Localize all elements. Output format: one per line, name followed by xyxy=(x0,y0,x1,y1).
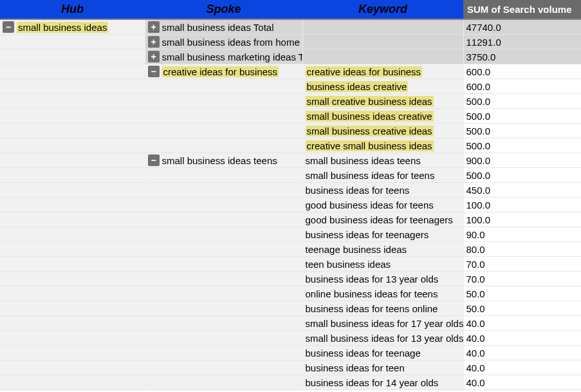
keyword-cell: small business ideas for teens xyxy=(302,168,463,183)
sum-cell: 70.0 xyxy=(463,257,581,272)
keyword-cell: teen business ideas xyxy=(302,257,463,272)
table-row: business ideas for teens450.0 xyxy=(0,183,581,198)
sum-cell: 100.0 xyxy=(463,198,581,212)
spoke-cell xyxy=(145,257,302,272)
keyword-label: small business ideas for 17 year olds xyxy=(306,318,464,329)
table-row: small creative business ideas500.0 xyxy=(0,94,581,109)
keyword-label: small business ideas for teens xyxy=(306,170,435,181)
spoke-cell xyxy=(145,79,302,94)
table-row: −small business ideas teenssmall busines… xyxy=(0,153,581,168)
keyword-label: business ideas for teen xyxy=(306,362,405,373)
sum-cell: 40.0 xyxy=(463,375,581,390)
expand-icon[interactable]: + xyxy=(148,36,160,48)
sum-cell: 500.0 xyxy=(463,109,581,124)
table-row: −creative ideas for businesscreative ide… xyxy=(0,64,581,79)
keyword-label: teenage business ideas xyxy=(306,244,407,255)
keyword-cell: small business ideas creative xyxy=(302,109,463,124)
hub-cell xyxy=(0,183,145,198)
keyword-label: small creative business ideas xyxy=(306,96,434,107)
spoke-cell xyxy=(145,198,302,212)
spoke-cell[interactable]: −small business ideas teens xyxy=(145,153,302,168)
spoke-cell xyxy=(145,375,302,390)
keyword-cell: creative ideas for business xyxy=(302,64,463,79)
spoke-cell[interactable]: +small business ideas Total xyxy=(145,19,302,35)
sum-cell: 47740.0 xyxy=(463,19,581,35)
spoke-cell xyxy=(145,301,302,316)
hub-cell xyxy=(0,227,145,242)
table-row: small business ideas for 17 year olds40.… xyxy=(0,316,581,331)
keyword-cell xyxy=(302,50,463,64)
table-row: business ideas for teenage40.0 xyxy=(0,346,581,360)
keyword-cell: business ideas for teens xyxy=(302,183,463,198)
table-row: teenage business ideas80.0 xyxy=(0,242,581,257)
keyword-cell: business ideas for 14 year olds xyxy=(302,375,463,390)
keyword-cell: small business ideas for 13 year olds xyxy=(302,331,463,346)
hub-cell xyxy=(0,153,145,168)
spoke-label: small business ideas Total xyxy=(162,22,274,33)
spoke-cell xyxy=(145,331,302,346)
sum-cell: 40.0 xyxy=(463,360,581,375)
keyword-cell xyxy=(302,35,463,50)
table-row: creative small business ideas500.0 xyxy=(0,138,581,153)
expand-icon[interactable]: + xyxy=(148,21,160,33)
hub-cell xyxy=(0,375,145,390)
spoke-cell[interactable]: +small business marketing ideas Total xyxy=(145,50,302,64)
table-row: small business ideas for 13 year olds40.… xyxy=(0,331,581,346)
sum-cell: 500.0 xyxy=(463,124,581,138)
keyword-label: teen business ideas xyxy=(306,259,391,270)
hub-cell xyxy=(0,109,145,124)
sum-cell: 100.0 xyxy=(463,212,581,227)
hub-cell xyxy=(0,331,145,346)
hub-cell xyxy=(0,242,145,257)
keyword-label: business ideas for teens online xyxy=(306,303,438,314)
table-row: business ideas for 13 year olds70.0 xyxy=(0,272,581,286)
spoke-label: creative ideas for business xyxy=(162,66,279,77)
header-sum[interactable]: SUM of Search volume xyxy=(463,0,581,19)
spoke-label: small business ideas from home Total xyxy=(162,37,303,48)
keyword-cell: small business ideas for 17 year olds xyxy=(302,316,463,331)
keyword-cell: small business creative ideas xyxy=(302,124,463,138)
keyword-cell: business ideas for 13 year olds xyxy=(302,272,463,286)
header-hub[interactable]: Hub xyxy=(0,0,145,19)
collapse-icon[interactable]: − xyxy=(148,154,160,166)
keyword-label: business ideas for 13 year olds xyxy=(306,274,439,285)
keyword-label: good business ideas for teenagers xyxy=(306,214,453,225)
sum-cell: 40.0 xyxy=(463,331,581,346)
hub-cell xyxy=(0,301,145,316)
hub-cell xyxy=(0,168,145,183)
spoke-cell xyxy=(145,212,302,227)
sum-cell: 50.0 xyxy=(463,301,581,316)
keyword-cell: good business ideas for teenagers xyxy=(302,212,463,227)
header-spoke[interactable]: Spoke xyxy=(145,0,302,19)
hub-cell xyxy=(0,346,145,360)
collapse-icon[interactable]: − xyxy=(148,66,160,77)
hub-cell xyxy=(0,198,145,212)
sum-cell: 500.0 xyxy=(463,94,581,109)
keyword-cell: small creative business ideas xyxy=(302,94,463,109)
hub-cell[interactable]: −small business ideas xyxy=(0,19,145,35)
hub-cell xyxy=(0,212,145,227)
spoke-cell xyxy=(145,346,302,360)
sum-cell: 500.0 xyxy=(463,168,581,183)
header-row: Hub Spoke Keyword SUM of Search volume xyxy=(0,0,581,19)
collapse-icon[interactable]: − xyxy=(3,21,14,33)
keyword-cell: online business ideas for teens xyxy=(302,286,463,301)
hub-cell xyxy=(0,360,145,375)
hub-cell xyxy=(0,35,145,50)
hub-cell xyxy=(0,316,145,331)
keyword-label: business ideas for teenage xyxy=(306,348,421,359)
header-keyword[interactable]: Keyword xyxy=(302,0,463,19)
sum-cell: 600.0 xyxy=(463,79,581,94)
keyword-label: online business ideas for teens xyxy=(306,288,438,299)
spoke-cell[interactable]: −creative ideas for business xyxy=(145,64,302,79)
keyword-label: business ideas for teenagers xyxy=(306,229,429,240)
spoke-cell xyxy=(145,227,302,242)
spoke-cell xyxy=(145,138,302,153)
keyword-label: good business ideas for teens xyxy=(306,200,434,210)
expand-icon[interactable]: + xyxy=(148,51,160,62)
hub-cell xyxy=(0,138,145,153)
hub-cell xyxy=(0,94,145,109)
hub-label: small business ideas xyxy=(17,22,108,33)
spoke-cell[interactable]: +small business ideas from home Total xyxy=(145,35,302,50)
sum-cell: 600.0 xyxy=(463,64,581,79)
